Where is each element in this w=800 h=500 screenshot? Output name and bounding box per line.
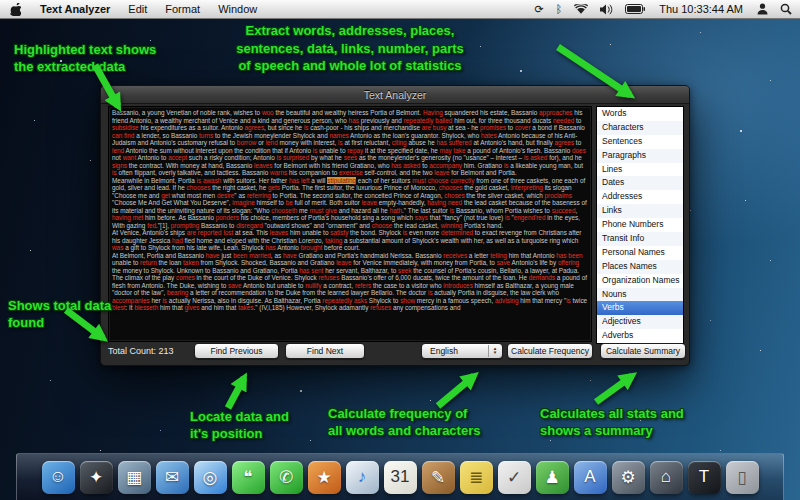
- dock-icon-notes[interactable]: ≣: [460, 461, 493, 494]
- category-item[interactable]: Adjectives: [597, 315, 683, 329]
- volume-icon[interactable]: [596, 4, 617, 15]
- dock-icon-mission-control[interactable]: ▦: [118, 461, 151, 494]
- category-item[interactable]: Characters: [597, 121, 683, 135]
- window-footer: Total Count: 213 Find Previous Find Next…: [101, 342, 689, 362]
- spotlight-icon[interactable]: [776, 3, 796, 15]
- dock-icon-calendar[interactable]: 31: [384, 461, 417, 494]
- calculate-frequency-button[interactable]: Calculate Frequency: [507, 343, 593, 359]
- arrow-to-frequency-button: [438, 376, 474, 406]
- annotation-total-found: Shows total data found: [8, 298, 111, 331]
- dock-icon-contacts[interactable]: ✎: [422, 461, 455, 494]
- annotation-frequency: Calculate frequency of all words and cha…: [328, 406, 480, 439]
- dock-icon-safari[interactable]: ◎: [194, 461, 227, 494]
- category-item[interactable]: Paragraphs: [597, 149, 683, 163]
- menu-app-name[interactable]: Text Analyzer: [31, 0, 119, 19]
- category-item[interactable]: Sentences: [597, 135, 683, 149]
- arrow-to-find-buttons: [228, 378, 244, 408]
- language-dropdown-value: English: [430, 346, 458, 356]
- found-word-highlight: stipulating: [327, 177, 356, 184]
- category-item[interactable]: Links: [597, 204, 683, 218]
- category-item[interactable]: Dates: [597, 176, 683, 190]
- dock-icon-app-store[interactable]: A: [574, 461, 607, 494]
- category-item[interactable]: Personal Names: [597, 246, 683, 260]
- dock-icon-system-preferences[interactable]: ⚙: [612, 461, 645, 494]
- category-item[interactable]: Addresses: [597, 190, 683, 204]
- dock-icon-photo-booth[interactable]: ★: [308, 461, 341, 494]
- battery-icon[interactable]: [621, 4, 649, 14]
- text-analyzer-window: Text Analyzer Bassanio, a young Venetian…: [100, 85, 690, 366]
- bluetooth-icon[interactable]: ᛒ: [552, 3, 567, 15]
- dock-icon-text-analyzer[interactable]: T: [688, 461, 721, 494]
- text-area[interactable]: Bassanio, a young Venetian of noble rank…: [108, 106, 592, 342]
- dock-icon-trash[interactable]: ▯: [726, 461, 759, 494]
- dock-icon-itunes[interactable]: ♪: [346, 461, 379, 494]
- find-next-button[interactable]: Find Next: [285, 343, 365, 359]
- annotation-extract: Extract words, addresses, places, senten…: [228, 22, 472, 75]
- find-previous-button[interactable]: Find Previous: [194, 343, 279, 359]
- dock-icon-messages[interactable]: ❝: [232, 461, 265, 494]
- category-item[interactable]: Phone Numbers: [597, 218, 683, 232]
- dock-icon-launchpad[interactable]: ✦: [80, 461, 113, 494]
- annotation-highlighted-text: Highlighted text shows the extracted dat…: [14, 42, 156, 75]
- language-dropdown[interactable]: English ▲▼: [421, 343, 503, 359]
- wifi-icon[interactable]: [570, 4, 592, 15]
- category-item[interactable]: Verbs: [597, 301, 683, 315]
- calculate-summary-button[interactable]: Calculate Summary: [600, 343, 686, 359]
- menu-bar-clock[interactable]: Thu 10:33:44 AM: [653, 3, 749, 15]
- menu-bar: Text Analyzer Edit Format Window ⟳ ᛒ Thu…: [0, 0, 800, 19]
- annotation-locate: Locate data and it's position: [190, 409, 289, 442]
- category-item[interactable]: Places Names: [597, 260, 683, 274]
- dock-icon-utilities[interactable]: ⌂: [650, 461, 683, 494]
- category-item[interactable]: Transit Info: [597, 232, 683, 246]
- dock-icon-mail[interactable]: ✉: [156, 461, 189, 494]
- category-item[interactable]: Words: [597, 107, 683, 121]
- user-icon[interactable]: [753, 3, 772, 15]
- sync-icon[interactable]: ⟳: [530, 3, 547, 16]
- category-list[interactable]: WordsCharactersSentencesParagraphsLinesD…: [596, 106, 684, 344]
- dock-icon-game-center[interactable]: ♟: [536, 461, 569, 494]
- category-item[interactable]: Organization Names: [597, 274, 683, 288]
- menu-format[interactable]: Format: [156, 0, 209, 19]
- menu-window[interactable]: Window: [209, 0, 266, 19]
- dock: ☺✦▦✉◎❝✆★♪31✎≣✓♟A⚙⌂T▯: [16, 453, 784, 500]
- window-title-bar[interactable]: Text Analyzer: [101, 86, 689, 104]
- dock-icon-facetime[interactable]: ✆: [270, 461, 303, 494]
- apple-menu-icon[interactable]: [10, 3, 21, 16]
- category-item[interactable]: Lines: [597, 163, 683, 177]
- window-title: Text Analyzer: [364, 89, 426, 101]
- category-item[interactable]: Nouns: [597, 288, 683, 302]
- arrow-to-summary-button: [596, 376, 632, 402]
- dock-icon-finder[interactable]: ☺: [42, 461, 75, 494]
- menu-edit[interactable]: Edit: [119, 0, 156, 19]
- annotation-summary: Calculates all stats and shows a summary: [540, 406, 684, 439]
- dock-icon-reminders[interactable]: ✓: [498, 461, 531, 494]
- dropdown-stepper-icon: ▲▼: [488, 345, 501, 357]
- total-count-label: Total Count: 213: [108, 346, 174, 356]
